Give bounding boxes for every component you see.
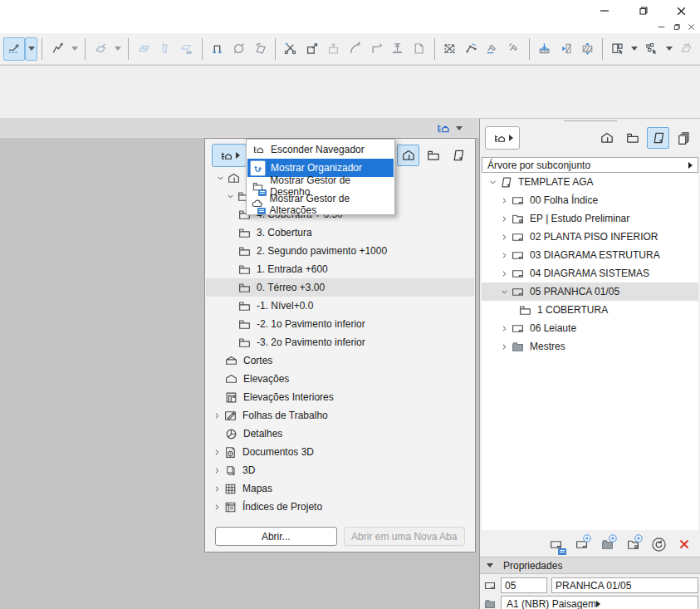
pickup-parameters-dropdown[interactable]	[111, 37, 124, 61]
publisher-tab[interactable]	[673, 127, 695, 149]
layout-name-field[interactable]: PRANHCA 01/05	[551, 577, 698, 593]
add-layout-icon[interactable]	[572, 535, 590, 553]
pickup-parameters-button[interactable]	[90, 37, 111, 61]
chevron-right-icon[interactable]	[498, 231, 511, 243]
selection-mode-button[interactable]	[607, 37, 629, 61]
chevron-right-icon[interactable]	[211, 410, 223, 422]
align-side-button[interactable]	[555, 37, 576, 61]
doc-minimize-button[interactable]	[658, 23, 665, 31]
layout-settings-icon[interactable]	[546, 535, 565, 553]
update-icon[interactable]	[649, 535, 668, 553]
group-mode-button[interactable]	[641, 37, 663, 61]
align-fit-button[interactable]	[576, 37, 598, 61]
doc-restore-button[interactable]	[673, 23, 680, 31]
chevron-right-icon[interactable]	[211, 446, 223, 459]
rotate-view-button[interactable]	[249, 37, 271, 61]
group-mode-dropdown[interactable]	[663, 37, 675, 61]
layout-item[interactable]: 02 PLANTA PISO INFERIOR	[482, 228, 698, 246]
fillet-button[interactable]	[344, 37, 365, 61]
chevron-right-icon[interactable]	[498, 322, 511, 335]
tree-item-documentos-3d[interactable]: Documentos 3D	[206, 443, 474, 461]
slab-tool-button[interactable]	[176, 37, 198, 61]
layout-item[interactable]: 00 Folha Índice	[482, 191, 698, 209]
properties-header[interactable]: Propriedades	[480, 557, 700, 574]
close-button[interactable]	[662, 0, 700, 22]
suggest-snap-dropdown[interactable]	[25, 37, 37, 61]
tree-item-root[interactable]: TEMPLATE AGA	[482, 173, 698, 191]
stretch-button[interactable]	[323, 37, 345, 61]
layout-item[interactable]: 06 Leiaute	[482, 319, 698, 337]
story-item[interactable]: 1. Entrada +600	[206, 260, 474, 278]
chevron-down-icon[interactable]	[498, 286, 511, 298]
chevron-down-icon[interactable]	[487, 176, 499, 189]
chevron-right-icon[interactable]	[498, 213, 511, 225]
menu-item-esconder-navegador[interactable]: Esconder Navegador	[247, 140, 394, 159]
navigator-toggle-dropdown[interactable]	[456, 126, 463, 130]
tree-item-folhas[interactable]: Folhas de Trabalho	[206, 406, 474, 425]
chevron-down-icon[interactable]	[214, 172, 227, 184]
panel-drag-handle[interactable]	[564, 120, 617, 121]
story-item-selected[interactable]: 0. Térreo +3.00	[206, 278, 474, 297]
story-item[interactable]: -3. 2o Pavimento inferior	[206, 333, 474, 351]
tree-by-subset-dropdown[interactable]: Árvore por subconjunto	[482, 157, 698, 173]
masters-folder-item[interactable]: Mestres	[482, 337, 698, 356]
intersect-button[interactable]	[365, 37, 387, 61]
stretch-marquee-button[interactable]	[439, 37, 461, 61]
blank-page-button[interactable]	[409, 37, 430, 61]
trim-elements-button[interactable]	[207, 37, 228, 61]
layout-book-tab[interactable]	[647, 127, 669, 149]
tree-item-elevacoes-interiores[interactable]: Elevações Interiores	[206, 388, 474, 406]
resize-button[interactable]	[301, 37, 323, 61]
open-new-tab-button[interactable]: Abrir em uma Nova Aba	[344, 527, 466, 546]
story-item[interactable]: 2. Segundo pavimento +1000	[206, 242, 474, 260]
skew-button[interactable]	[675, 37, 697, 61]
project-chooser-button[interactable]	[485, 126, 520, 150]
layout-book-tab[interactable]	[447, 145, 469, 166]
drawing-item[interactable]: 1 COBERTURA	[482, 301, 698, 319]
polyline-tool-dropdown[interactable]	[68, 37, 81, 61]
chevron-down-icon[interactable]	[224, 190, 237, 203]
suggest-snap-button[interactable]	[3, 37, 25, 61]
chevron-right-icon[interactable]	[498, 268, 511, 280]
maximize-button[interactable]	[624, 0, 662, 22]
chevron-right-icon[interactable]	[211, 464, 223, 477]
minimize-button[interactable]	[585, 0, 624, 22]
adjust-rotate-button[interactable]	[503, 37, 525, 61]
elevate-button[interactable]	[387, 37, 409, 61]
story-item[interactable]: 3. Cobertura	[206, 223, 474, 242]
split-button[interactable]	[280, 37, 301, 61]
chevron-right-icon[interactable]	[498, 249, 511, 262]
chevron-right-icon[interactable]	[498, 194, 511, 207]
wall-tool-button[interactable]	[154, 37, 176, 61]
chevron-right-icon[interactable]	[211, 483, 223, 495]
layout-item[interactable]: 04 DIAGRAMA SISTEMAS	[482, 264, 698, 282]
tree-item-indices[interactable]: Índices de Projeto	[206, 498, 474, 516]
doc-close-button[interactable]	[688, 23, 695, 31]
project-map-tab[interactable]	[397, 145, 419, 166]
master-layout-dropdown[interactable]: A1 (NBR) Paisagem	[501, 596, 698, 609]
add-master-icon[interactable]	[624, 535, 642, 553]
tree-item-elevacoes[interactable]: Elevações	[206, 370, 474, 388]
tree-item-3d[interactable]: 3D	[206, 461, 474, 479]
layout-id-field[interactable]: 05	[501, 577, 547, 593]
layout-item[interactable]: 03 DIAGRAMA ESTRUTURA	[482, 246, 698, 264]
layout-item-selected[interactable]: 05 PRANHCA 01/05	[482, 282, 698, 301]
align-base-button[interactable]	[534, 37, 556, 61]
project-chooser-button[interactable]	[212, 144, 247, 167]
menu-item-mostrar-gestor-alteracoes[interactable]: Mostrar Gestor de Alterações	[247, 195, 394, 214]
chevron-right-icon[interactable]	[211, 501, 223, 513]
subset-item[interactable]: EP | Estudo Preliminar	[482, 209, 698, 228]
view-map-tab[interactable]	[621, 127, 644, 149]
tree-item-mapas[interactable]: Mapas	[206, 479, 474, 498]
tree-item-cortes[interactable]: Cortes	[206, 351, 474, 370]
edit-path-button[interactable]	[460, 37, 482, 61]
adjust-button[interactable]	[482, 37, 503, 61]
polyline-tool-button[interactable]	[47, 37, 68, 61]
chevron-right-icon[interactable]	[498, 341, 511, 353]
add-subset-icon[interactable]	[598, 535, 616, 553]
plane-tool-button[interactable]	[133, 37, 154, 61]
project-map-tab[interactable]	[595, 127, 618, 149]
open-button[interactable]: Abrir...	[215, 527, 337, 546]
story-item[interactable]: -2. 1o Pavimento inferior	[206, 315, 474, 333]
selection-mode-dropdown[interactable]	[629, 37, 641, 61]
